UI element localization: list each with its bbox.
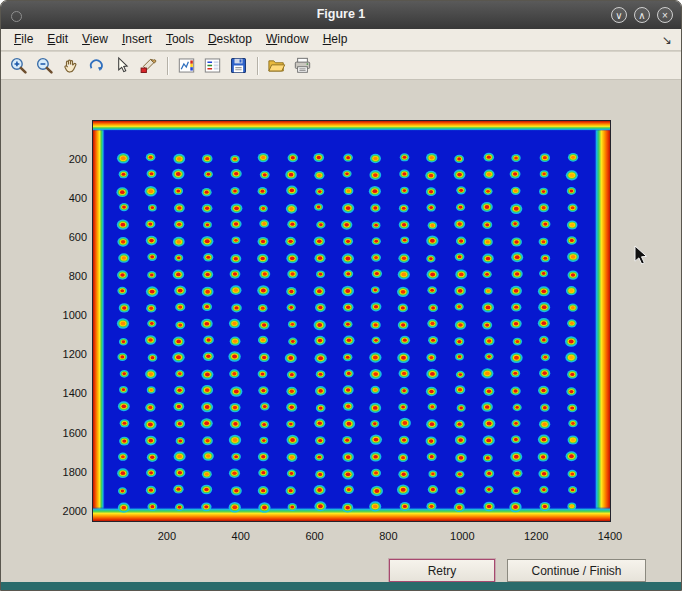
toolbar-button-brush[interactable] [137,54,161,78]
close-button[interactable]: × [657,7,673,23]
figure-window: Figure 1 ∨ ∧ × FileEditViewInsertToolsDe… [0,0,682,591]
maximize-button[interactable]: ∧ [634,7,650,23]
y-tick-label: 1000 [45,309,87,321]
pan-hand-icon [61,56,80,75]
figure-client: Retry Continue / Finish 2004006008001000… [1,80,681,582]
toolbar-button-zoom-in[interactable] [7,54,31,78]
toolbar-button-save[interactable] [227,54,251,78]
menu-item-tools[interactable]: Tools [159,29,201,50]
toolbar-button-print[interactable] [291,54,315,78]
y-tick-label: 1800 [45,466,87,478]
open-folder-icon [267,56,286,75]
window-controls: ∨ ∧ × [611,7,673,23]
save-icon [229,56,248,75]
x-tick-label: 800 [370,530,406,542]
menu-item-window[interactable]: Window [259,29,316,50]
mouse-cursor-icon [634,245,648,266]
titlebar: Figure 1 ∨ ∧ × [1,1,681,30]
insert-colorbar-icon [177,56,196,75]
toolbar-button-data-cursor[interactable] [111,54,135,78]
zoom-out-icon [35,56,54,75]
window-title: Figure 1 [1,7,681,21]
menubar: FileEditViewInsertToolsDesktopWindowHelp… [1,29,681,51]
window-bottom-strip [1,582,681,590]
toolbar-button-insert-colorbar[interactable] [175,54,199,78]
heatmap-svg [93,121,610,521]
retry-button[interactable]: Retry [389,559,495,582]
menu-items: FileEditViewInsertToolsDesktopWindowHelp [7,29,354,50]
y-tick-label: 1200 [45,348,87,360]
menu-item-view[interactable]: View [75,29,115,50]
y-tick-label: 200 [45,153,87,165]
toolbar-button-rotate-3d[interactable] [85,54,109,78]
print-icon [293,56,312,75]
toolbar [1,52,681,80]
insert-legend-icon [203,56,222,75]
toolbar-buttons [6,54,316,78]
toolbar-button-zoom-out[interactable] [33,54,57,78]
toolbar-button-open-folder[interactable] [265,54,289,78]
menu-item-insert[interactable]: Insert [115,29,159,50]
y-tick-label: 800 [45,270,87,282]
toolbar-button-pan-hand[interactable] [59,54,83,78]
x-tick-label: 600 [297,530,333,542]
menu-item-file[interactable]: File [7,29,40,50]
x-tick-label: 1200 [518,530,554,542]
x-tick-label: 1000 [444,530,480,542]
toolbar-separator [257,57,259,75]
zoom-in-icon [9,56,28,75]
rotate-3d-icon [87,56,106,75]
continue-finish-button[interactable]: Continue / Finish [507,559,646,582]
plot-canvas[interactable] [93,121,610,521]
y-tick-label: 1400 [45,387,87,399]
data-cursor-icon [113,56,132,75]
menu-item-edit[interactable]: Edit [40,29,75,50]
y-tick-label: 1600 [45,427,87,439]
y-tick-label: 2000 [45,505,87,517]
y-tick-label: 600 [45,231,87,243]
toolbar-separator [167,57,169,75]
x-tick-label: 200 [149,530,185,542]
x-tick-label: 400 [223,530,259,542]
brush-icon [139,56,158,75]
y-tick-label: 400 [45,192,87,204]
minimize-button[interactable]: ∨ [611,7,627,23]
menu-item-help[interactable]: Help [316,29,355,50]
x-tick-label: 1400 [592,530,628,542]
dock-arrow-icon[interactable]: ↘ [662,33,672,47]
toolbar-button-insert-legend[interactable] [201,54,225,78]
menu-item-desktop[interactable]: Desktop [201,29,259,50]
